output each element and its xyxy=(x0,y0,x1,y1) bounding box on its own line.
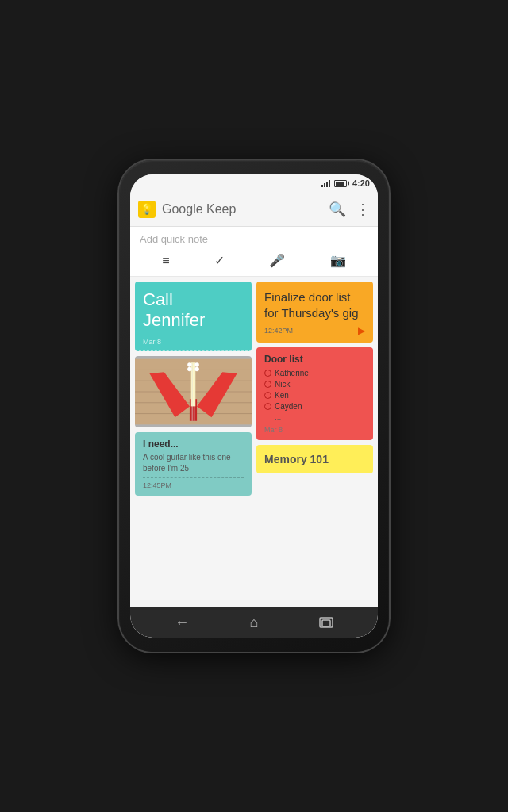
checkbox-icon xyxy=(264,403,271,410)
more-options-button[interactable]: ⋮ xyxy=(356,201,370,218)
note-finalize-door-date: 12:42PM xyxy=(264,327,293,335)
svg-rect-19 xyxy=(322,620,330,626)
nav-bar: ← ⌂ xyxy=(130,607,378,638)
note-call-jennifer-date: Mar 8 xyxy=(135,335,252,351)
battery-icon xyxy=(334,180,347,187)
play-icon: ▶ xyxy=(358,325,365,336)
note-door-list-title: Door list xyxy=(264,354,365,365)
phone-screen: 4:20 💡 Google Keep 🔍 ⋮ Add quick note ≡ … xyxy=(130,174,378,638)
list-item-nick: Nick xyxy=(275,380,290,389)
svg-point-11 xyxy=(194,362,199,367)
note-i-need-date: 12:45PM xyxy=(143,477,244,489)
note-memory-101-text: Memory 101 xyxy=(264,453,365,465)
quick-actions: ≡ ✓ 🎤 📷 xyxy=(140,251,368,270)
list-item: Katherine xyxy=(264,369,365,377)
note-finalize-door-text: Finalize door list for Thursday's gig xyxy=(264,289,365,320)
list-item: Cayden xyxy=(264,402,365,411)
search-button[interactable]: 🔍 xyxy=(329,201,346,218)
note-call-jennifer[interactable]: CallJennifer Mar 8 xyxy=(135,282,252,351)
signal-icon xyxy=(321,179,330,187)
note-finalize-door-footer: 12:42PM ▶ xyxy=(264,325,365,336)
new-list-button[interactable]: ≡ xyxy=(157,252,174,270)
note-call-jennifer-text: CallJennifer xyxy=(135,282,252,335)
new-checked-button[interactable]: ✓ xyxy=(210,251,229,270)
note-memory-101[interactable]: Memory 101 xyxy=(256,445,373,473)
note-finalize-door[interactable]: Finalize door list for Thursday's gig 12… xyxy=(256,282,373,343)
list-more-dots: ... xyxy=(275,413,365,422)
voice-note-button[interactable]: 🎤 xyxy=(264,251,290,270)
quick-note-bar: Add quick note ≡ ✓ 🎤 📷 xyxy=(130,227,378,277)
checkbox-icon xyxy=(264,370,271,377)
note-i-need-body: A cool guitar like this one before I'm 2… xyxy=(143,452,244,474)
notes-grid: CallJennifer Mar 8 xyxy=(130,277,378,607)
svg-point-13 xyxy=(194,367,199,372)
app-logo-icon: 💡 xyxy=(138,201,156,218)
svg-point-12 xyxy=(187,367,192,372)
note-i-need-title: I need... xyxy=(143,439,244,450)
list-item: Ken xyxy=(264,391,365,400)
notes-col-left: CallJennifer Mar 8 xyxy=(135,282,252,603)
checkbox-icon xyxy=(264,392,271,399)
guitar-svg-graphic xyxy=(135,356,252,427)
note-guitar-image[interactable] xyxy=(135,356,252,427)
back-button[interactable]: ← xyxy=(169,610,194,635)
notes-col-right: Finalize door list for Thursday's gig 12… xyxy=(256,282,373,603)
recents-button[interactable] xyxy=(314,610,339,635)
recents-icon xyxy=(319,617,333,628)
list-item-cayden: Cayden xyxy=(275,402,302,411)
phone-device: 4:20 💡 Google Keep 🔍 ⋮ Add quick note ≡ … xyxy=(119,160,389,652)
note-door-list-date: Mar 8 xyxy=(264,426,365,434)
quick-note-input[interactable]: Add quick note xyxy=(140,233,368,245)
app-title: Google Keep xyxy=(162,202,319,216)
checkbox-icon xyxy=(264,381,271,388)
note-door-list[interactable]: Door list Katherine Nick Ken xyxy=(256,347,373,440)
status-time: 4:20 xyxy=(352,178,370,188)
list-item-katherine: Katherine xyxy=(275,369,309,377)
new-image-button[interactable]: 📷 xyxy=(325,251,351,270)
status-icons: 4:20 xyxy=(321,178,370,188)
status-bar: 4:20 xyxy=(130,174,378,192)
list-item-ken: Ken xyxy=(275,391,289,400)
svg-point-10 xyxy=(187,362,192,367)
note-i-need[interactable]: I need... A cool guitar like this one be… xyxy=(135,432,252,496)
home-button[interactable]: ⌂ xyxy=(241,610,267,635)
app-bar: 💡 Google Keep 🔍 ⋮ xyxy=(130,192,378,227)
list-item: Nick xyxy=(264,380,365,389)
